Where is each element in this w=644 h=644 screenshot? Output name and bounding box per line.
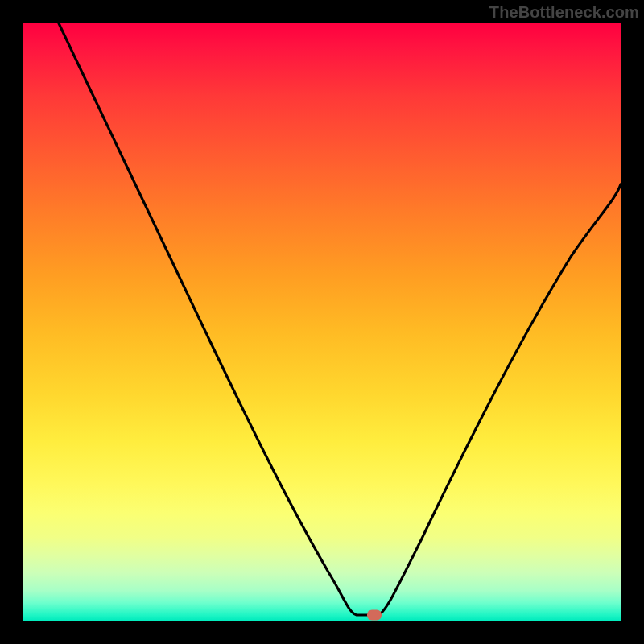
optimal-point-marker [367,610,382,621]
plot-area [23,23,621,621]
chart-container: TheBottleneck.com [0,0,644,644]
curve-path [59,23,621,615]
bottleneck-curve [23,23,621,621]
watermark-text: TheBottleneck.com [489,3,639,22]
